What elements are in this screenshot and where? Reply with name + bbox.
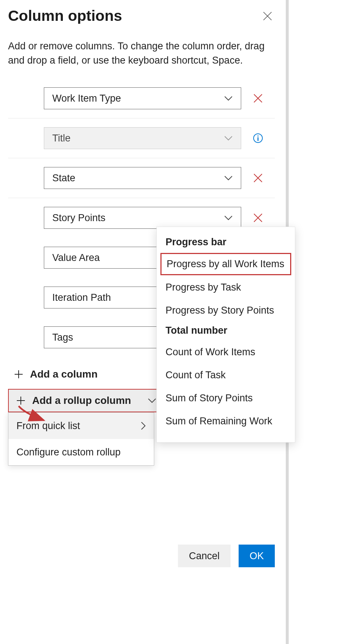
remove-icon (253, 94, 263, 103)
dropdown-label: Work Item Type (52, 93, 121, 104)
plus-icon (16, 396, 26, 405)
svg-point-1 (257, 136, 258, 137)
remove-icon (253, 173, 263, 183)
column-dropdown-value-area[interactable]: Value Area (44, 247, 157, 269)
add-column-label: Add a column (30, 368, 98, 380)
cancel-button[interactable]: Cancel (178, 545, 231, 567)
flyout-group-header: Progress bar (157, 234, 295, 252)
column-dropdown-title[interactable]: Title (44, 127, 241, 149)
add-rollup-column-button[interactable]: Add a rollup column (8, 389, 164, 412)
remove-column-button[interactable] (251, 171, 265, 185)
dropdown-label: Iteration Path (52, 292, 111, 303)
column-dropdown-iteration-path[interactable]: Iteration Path (44, 287, 157, 308)
flyout-item-sum-story-points[interactable]: Sum of Story Points (157, 387, 295, 410)
flyout-item-sum-remaining-work[interactable]: Sum of Remaining Work (157, 410, 295, 433)
close-icon (263, 11, 272, 21)
info-icon (253, 133, 263, 143)
panel-header: Column options (8, 7, 275, 24)
column-dropdown-story-points[interactable]: Story Points (44, 207, 241, 229)
svg-rect-2 (258, 137, 259, 141)
chevron-down-icon (224, 136, 233, 141)
remove-column-button[interactable] (251, 211, 265, 225)
column-row: State (8, 158, 275, 198)
chevron-down-icon (224, 215, 233, 220)
column-row: Title (8, 118, 275, 158)
submenu-configure-custom[interactable]: Configure custom rollup (8, 439, 154, 465)
flyout-item-count-work-items[interactable]: Count of Work Items (157, 341, 295, 364)
dropdown-label: Value Area (52, 252, 100, 264)
plus-icon (14, 370, 23, 379)
column-dropdown-state[interactable]: State (44, 167, 241, 189)
flyout-item-progress-by-story-points[interactable]: Progress by Story Points (157, 299, 295, 322)
ok-button[interactable]: OK (239, 545, 275, 567)
panel-footer: Cancel OK (178, 545, 275, 567)
column-info-button[interactable] (251, 131, 265, 145)
panel-description: Add or remove columns. To change the col… (8, 39, 271, 68)
submenu-from-quick-list[interactable]: From quick list (8, 413, 154, 439)
panel-title: Column options (8, 7, 122, 24)
column-dropdown-tags[interactable]: Tags (44, 326, 157, 348)
flyout-group-header: Total number (157, 322, 295, 341)
remove-icon (253, 213, 263, 223)
chevron-right-icon (141, 421, 146, 430)
flyout-item-progress-by-task[interactable]: Progress by Task (157, 276, 295, 299)
add-rollup-wrap: Add a rollup column From quick list Conf… (8, 389, 164, 466)
remove-column-button[interactable] (251, 91, 265, 106)
column-dropdown-work-item-type[interactable]: Work Item Type (44, 87, 241, 109)
chevron-down-icon (148, 398, 156, 403)
add-rollup-label: Add a rollup column (32, 395, 131, 406)
submenu-label: Configure custom rollup (16, 447, 121, 458)
chevron-down-icon (224, 175, 233, 181)
column-row: Work Item Type (8, 79, 275, 118)
close-button[interactable] (260, 9, 275, 23)
flyout-item-progress-all-work-items[interactable]: Progress by all Work Items (160, 253, 291, 275)
dropdown-label: Story Points (52, 212, 106, 224)
dropdown-label: State (52, 173, 75, 184)
flyout-item-count-task[interactable]: Count of Task (157, 364, 295, 387)
rollup-submenu: From quick list Configure custom rollup (8, 412, 154, 466)
submenu-label: From quick list (16, 420, 80, 432)
dropdown-label: Tags (52, 332, 73, 343)
chevron-down-icon (224, 96, 233, 101)
dropdown-label: Title (52, 133, 71, 144)
rollup-quick-list-flyout: Progress bar Progress by all Work Items … (156, 227, 295, 443)
